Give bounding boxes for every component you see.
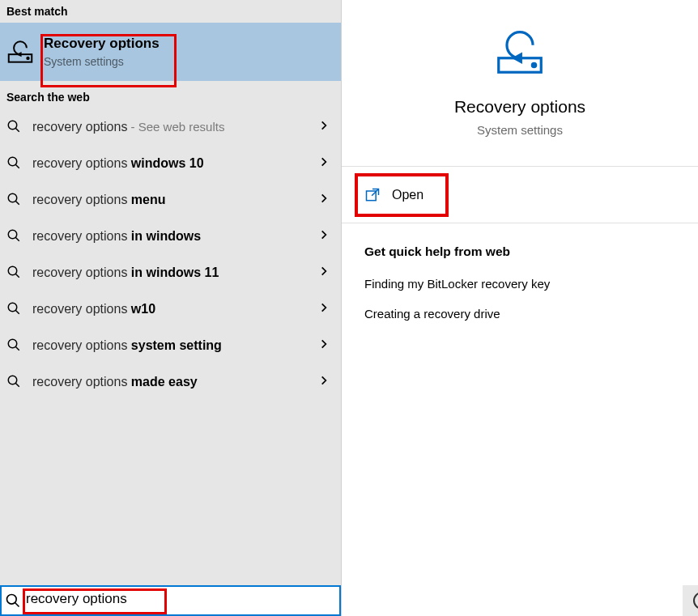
detail-subtitle: System settings [477,123,563,137]
help-link[interactable]: Finding my BitLocker recovery key [364,277,675,291]
best-match-title: Recovery options [44,36,160,52]
best-match-item[interactable]: Recovery options System settings [0,23,341,81]
web-result-label: recovery options - See web results [32,120,318,134]
web-result-item[interactable]: recovery options made easy [0,363,341,400]
chevron-right-icon[interactable] [318,302,330,316]
svg-line-14 [15,310,19,314]
chevron-right-icon[interactable] [318,375,330,389]
taskbar: W [683,585,698,616]
web-results-list: recovery options - See web results recov… [0,108,341,400]
help-link[interactable]: Creating a recovery drive [364,307,675,321]
svg-point-17 [8,376,17,384]
svg-point-15 [8,339,17,348]
search-results-pane: Best match Recovery options System setti… [0,0,341,616]
svg-marker-23 [512,52,522,64]
web-result-label: recovery options w10 [32,302,318,316]
svg-line-18 [15,383,19,387]
chevron-right-icon[interactable] [318,120,330,134]
svg-point-1 [27,57,28,59]
search-icon [6,192,23,208]
recovery-icon [5,36,36,67]
help-section: Get quick help from web Finding my BitLo… [342,223,698,358]
search-icon [6,228,23,244]
search-icon [6,374,23,390]
svg-line-4 [15,128,19,132]
chevron-right-icon[interactable] [318,229,330,243]
recovery-icon [492,23,548,79]
web-result-label: recovery options system setting [32,338,318,353]
svg-line-10 [15,237,19,241]
web-result-item[interactable]: recovery options - See web results [0,108,341,145]
search-input[interactable] [26,587,339,614]
svg-marker-2 [16,52,21,57]
best-match-header: Best match [0,0,341,23]
help-header: Get quick help from web [364,244,675,259]
svg-line-8 [15,201,19,205]
search-icon [5,593,21,609]
svg-point-22 [532,63,535,66]
web-result-item[interactable]: recovery options w10 [0,291,341,327]
web-result-label: recovery options in windows [32,229,318,244]
web-result-item[interactable]: recovery options in windows [0,218,341,254]
search-icon [6,119,23,135]
svg-point-26 [694,593,698,609]
web-result-item[interactable]: recovery options system setting [0,327,341,363]
open-label: Open [392,188,423,202]
chevron-right-icon[interactable] [318,338,330,352]
svg-point-3 [8,121,17,130]
search-bar[interactable] [0,585,341,616]
svg-point-13 [8,303,17,312]
search-icon [6,155,23,172]
web-result-label: recovery options windows 10 [32,156,318,171]
search-icon [6,265,23,281]
search-web-header: Search the web [0,86,341,108]
detail-header: Recovery options System settings [342,0,698,167]
web-result-label: recovery options made easy [32,375,318,389]
chevron-right-icon[interactable] [318,193,330,206]
best-match-subtitle: System settings [44,55,160,68]
chevron-right-icon[interactable] [318,156,330,170]
open-icon [364,187,381,203]
svg-point-7 [8,193,17,202]
search-icon [6,301,23,317]
svg-line-20 [15,603,19,607]
web-result-label: recovery options in windows 11 [32,266,318,280]
svg-line-25 [372,189,378,195]
search-icon [6,338,23,354]
svg-line-12 [15,274,19,278]
web-result-item[interactable]: recovery options in windows 11 [0,254,341,291]
svg-point-19 [7,595,17,605]
svg-point-11 [8,266,17,275]
svg-point-5 [8,157,17,166]
svg-point-9 [8,230,17,239]
cortana-icon[interactable] [692,590,698,611]
svg-line-6 [15,164,19,168]
detail-title: Recovery options [454,97,585,117]
web-result-item[interactable]: recovery options menu [0,181,341,218]
svg-line-16 [15,346,19,350]
detail-pane: Recovery options System settings Open Ge… [341,0,698,616]
web-result-label: recovery options menu [32,193,318,207]
open-button[interactable]: Open [342,167,698,223]
chevron-right-icon[interactable] [318,266,330,279]
web-result-item[interactable]: recovery options windows 10 [0,145,341,181]
